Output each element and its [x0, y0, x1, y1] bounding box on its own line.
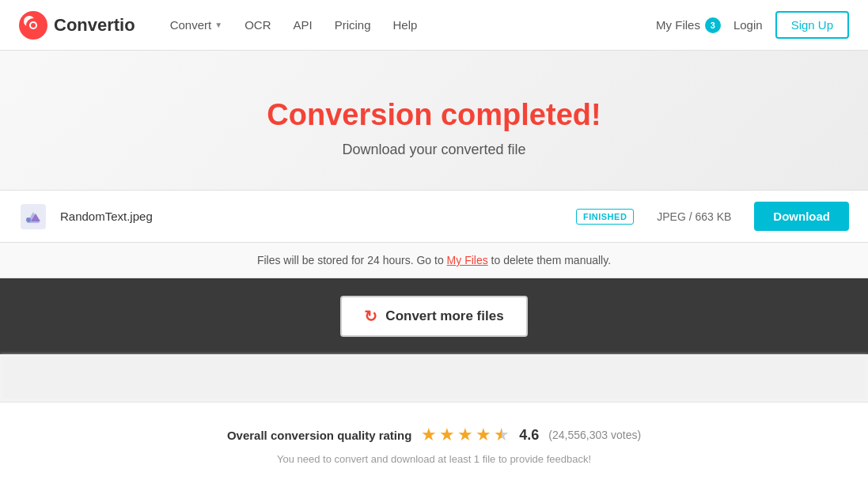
header: Convertio Convert ▼ OCR API Pricing Help… — [0, 0, 868, 51]
star-5-half: ★ — [494, 425, 510, 445]
file-icon — [19, 202, 47, 231]
hero-section: Conversion completed! Download your conv… — [0, 51, 868, 190]
my-files-button[interactable]: My Files 3 — [656, 17, 721, 33]
logo-icon — [19, 11, 47, 40]
nav-item-pricing[interactable]: Pricing — [325, 12, 381, 38]
rating-feedback: You need to convert and download at leas… — [16, 453, 852, 465]
nav-item-api[interactable]: API — [283, 12, 321, 38]
star-2: ★ — [439, 425, 455, 445]
header-left: Convertio Convert ▼ OCR API Pricing Help — [19, 11, 426, 40]
my-files-badge: 3 — [705, 17, 721, 33]
svg-point-2 — [31, 23, 36, 28]
convert-more-label: Convert more files — [385, 308, 503, 324]
download-button[interactable]: Download — [754, 202, 849, 231]
header-right: My Files 3 Login Sign Up — [656, 11, 849, 39]
star-3: ★ — [457, 425, 473, 445]
rating-section: Overall conversion quality rating ★ ★ ★ … — [0, 402, 868, 480]
rating-score: 4.6 — [519, 427, 539, 444]
file-size: JPEG / 663 KB — [646, 210, 741, 223]
refresh-icon: ↻ — [364, 307, 377, 326]
file-status-badge: FINISHED — [576, 209, 634, 225]
file-section: RandomText.jpeg FINISHED JPEG / 663 KB D… — [0, 190, 868, 243]
star-4: ★ — [476, 425, 491, 445]
my-files-link[interactable]: My Files — [447, 254, 488, 266]
notice-section: Files will be stored for 24 hours. Go to… — [0, 243, 868, 278]
svg-point-6 — [26, 217, 31, 222]
main-nav: Convert ▼ OCR API Pricing Help — [161, 12, 427, 38]
stars-container: ★ ★ ★ ★ ★ — [421, 425, 510, 445]
hero-title: Conversion completed! — [16, 98, 852, 132]
login-button[interactable]: Login — [733, 18, 763, 32]
file-row: RandomText.jpeg FINISHED JPEG / 663 KB D… — [0, 191, 868, 242]
hero-subtitle: Download your converted file — [16, 142, 852, 158]
nav-item-help[interactable]: Help — [384, 12, 427, 38]
file-name: RandomText.jpeg — [60, 210, 563, 223]
rating-label: Overall conversion quality rating — [227, 429, 411, 442]
signup-button[interactable]: Sign Up — [775, 11, 849, 39]
chevron-down-icon: ▼ — [214, 21, 222, 29]
notice-text-before: Files will be stored for 24 hours. Go to — [257, 254, 447, 266]
rating-votes: (24,556,303 votes) — [548, 429, 641, 441]
convert-more-section: ↻ Convert more files — [0, 278, 868, 354]
rating-row: Overall conversion quality rating ★ ★ ★ … — [16, 425, 852, 445]
notice-text-after: to delete them manually. — [488, 254, 611, 266]
nav-item-convert[interactable]: Convert ▼ — [161, 12, 232, 38]
logo[interactable]: Convertio — [19, 11, 135, 40]
star-1: ★ — [421, 425, 437, 445]
nav-item-ocr[interactable]: OCR — [235, 12, 280, 38]
convert-more-button[interactable]: ↻ Convert more files — [340, 296, 527, 337]
blurred-section — [0, 354, 868, 402]
logo-text: Convertio — [54, 15, 135, 36]
